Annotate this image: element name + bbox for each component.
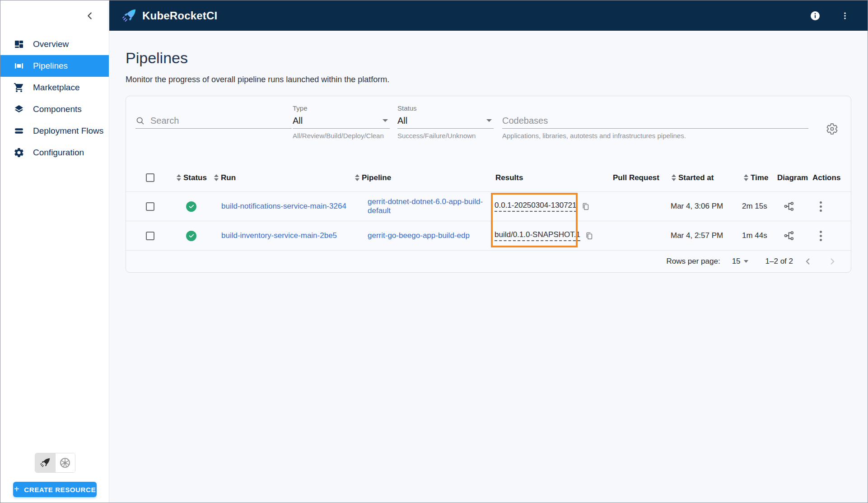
chevron-left-icon — [85, 11, 95, 21]
pipelines-icon — [14, 61, 24, 71]
rows-per-page-label: Rows per page: — [667, 257, 720, 266]
diagram-tree-icon — [784, 201, 794, 212]
status-helper: Success/Failure/Unknown — [397, 132, 494, 140]
search-placeholder: Search — [150, 116, 179, 126]
sidebar-nav: Overview Pipelines Marketplace Component… — [0, 31, 109, 163]
column-header-diagram: Diagram — [777, 173, 808, 182]
sidebar-item-label: Components — [33, 104, 82, 114]
time-value: 1m 44s — [742, 231, 767, 240]
result-value[interactable]: 0.0.1-20250304-130721 — [495, 201, 577, 212]
sidebar-item-marketplace[interactable]: Marketplace — [0, 77, 109, 98]
sidebar-footer: + CREATE RESOURCE — [0, 453, 109, 503]
page-subtitle: Monitor the progress of overall pipeline… — [126, 75, 389, 84]
pagination-range: 1–2 of 2 — [765, 257, 793, 266]
diagram-button[interactable] — [784, 230, 794, 241]
sidebar-item-pipelines[interactable]: Pipelines — [0, 55, 109, 77]
sort-icon[interactable] — [355, 174, 359, 181]
row-checkbox[interactable] — [146, 232, 154, 240]
table-row: build-inventory-service-main-2be5 gerrit… — [126, 221, 851, 251]
next-page-button[interactable] — [823, 252, 842, 271]
copy-button[interactable] — [581, 202, 590, 211]
codebases-helper: Applications, libraries, autotests and i… — [502, 132, 808, 140]
column-header-run[interactable]: Run — [221, 173, 236, 182]
sort-icon[interactable] — [177, 174, 181, 181]
run-link[interactable]: build-notifications-service-main-3264 — [221, 202, 346, 211]
previous-page-button[interactable] — [798, 252, 817, 271]
select-all-checkbox[interactable] — [146, 173, 154, 182]
sort-icon[interactable] — [214, 174, 219, 181]
run-link[interactable]: build-inventory-service-main-2be5 — [221, 231, 337, 240]
rows-per-page-select[interactable]: 15 — [732, 257, 748, 266]
top-bar: KubeRocketCI — [0, 0, 868, 31]
info-icon — [810, 10, 821, 21]
column-header-started-at[interactable]: Started at — [678, 173, 714, 182]
row-checkbox[interactable] — [146, 202, 154, 211]
chevron-down-icon — [744, 260, 748, 263]
diagram-button[interactable] — [784, 201, 794, 212]
copy-button[interactable] — [585, 232, 593, 240]
pipeline-link[interactable]: gerrit-go-beego-app-build-edp — [368, 231, 470, 240]
sidebar-item-overview[interactable]: Overview — [0, 33, 109, 55]
table-header-row: Status Run Pipeline Results Pull Request — [126, 164, 851, 192]
status-value: All — [397, 116, 407, 126]
row-actions-button[interactable] — [817, 228, 825, 244]
sidebar-collapse-button[interactable] — [82, 8, 98, 23]
sidebar-item-label: Pipelines — [33, 61, 68, 71]
kebab-menu-icon — [840, 11, 849, 20]
column-header-time[interactable]: Time — [751, 173, 768, 182]
search-field[interactable]: Search — [135, 104, 292, 129]
started-at-value: Mar 4, 3:06 PM — [671, 202, 723, 211]
rocket-view-toggle[interactable] — [35, 453, 55, 472]
rocket-logo-icon — [121, 8, 137, 24]
app-window: KubeRocketCI — [0, 0, 868, 503]
dashboard-icon — [14, 39, 24, 50]
codebases-field[interactable]: Codebases Applications, libraries, autot… — [502, 104, 808, 140]
sidebar-item-configuration[interactable]: Configuration — [0, 142, 109, 163]
flows-icon — [14, 126, 24, 136]
sort-icon[interactable] — [672, 174, 676, 181]
type-select[interactable]: Type All All/Review/Build/Deploy/Clean — [293, 104, 390, 140]
info-button[interactable] — [806, 7, 824, 25]
chevron-right-icon — [827, 256, 837, 266]
plus-icon: + — [14, 484, 19, 494]
sidebar: Overview Pipelines Marketplace Component… — [0, 31, 109, 503]
sidebar-item-components[interactable]: Components — [0, 98, 109, 120]
sidebar-item-label: Overview — [33, 39, 69, 49]
layers-icon — [14, 104, 24, 115]
type-value: All — [293, 116, 303, 126]
create-resource-button[interactable]: + CREATE RESOURCE — [13, 482, 97, 497]
pipeline-link[interactable]: gerrit-dotnet-dotnet-6.0-app-build-defau… — [368, 197, 492, 215]
app-header: KubeRocketCI — [109, 0, 868, 31]
success-status-icon — [186, 201, 196, 212]
create-resource-label: CREATE RESOURCE — [24, 486, 96, 494]
table-pagination: Rows per page: 15 1–2 of 2 — [126, 250, 851, 272]
header-actions — [806, 7, 854, 25]
chevron-down-icon — [383, 119, 388, 122]
sidebar-item-label: Deployment Flows — [33, 126, 103, 136]
kubernetes-icon — [59, 457, 71, 469]
status-label: Status — [397, 104, 494, 114]
status-select[interactable]: Status All Success/Failure/Unknown — [397, 104, 494, 140]
column-header-actions: Actions — [812, 173, 840, 182]
page-title: Pipelines — [126, 49, 188, 67]
type-helper: All/Review/Build/Deploy/Clean — [293, 132, 390, 140]
column-header-status[interactable]: Status — [183, 173, 207, 182]
settings-gear-icon — [826, 123, 838, 135]
main-content: Pipelines Monitor the progress of overal… — [109, 31, 868, 503]
column-header-pipeline[interactable]: Pipeline — [362, 173, 391, 182]
result-value[interactable]: build/0.1.0-SNAPSHOT.1 — [495, 230, 580, 241]
table-settings-button[interactable] — [822, 119, 842, 139]
app-logo: KubeRocketCI — [121, 8, 217, 24]
sidebar-header — [0, 0, 109, 31]
view-toggle-group — [35, 453, 75, 473]
started-at-value: Mar 4, 2:57 PM — [671, 231, 723, 240]
kubernetes-view-toggle[interactable] — [55, 453, 75, 472]
row-actions-button[interactable] — [817, 199, 825, 214]
sidebar-item-deployment-flows[interactable]: Deployment Flows — [0, 120, 109, 142]
filter-bar: Search Type All All/Review/Build/Deploy/… — [135, 104, 842, 140]
sidebar-item-label: Configuration — [33, 148, 84, 158]
app-title: KubeRocketCI — [142, 9, 217, 22]
type-label: Type — [293, 104, 390, 114]
header-menu-button[interactable] — [836, 7, 854, 25]
sort-icon[interactable] — [744, 174, 748, 181]
